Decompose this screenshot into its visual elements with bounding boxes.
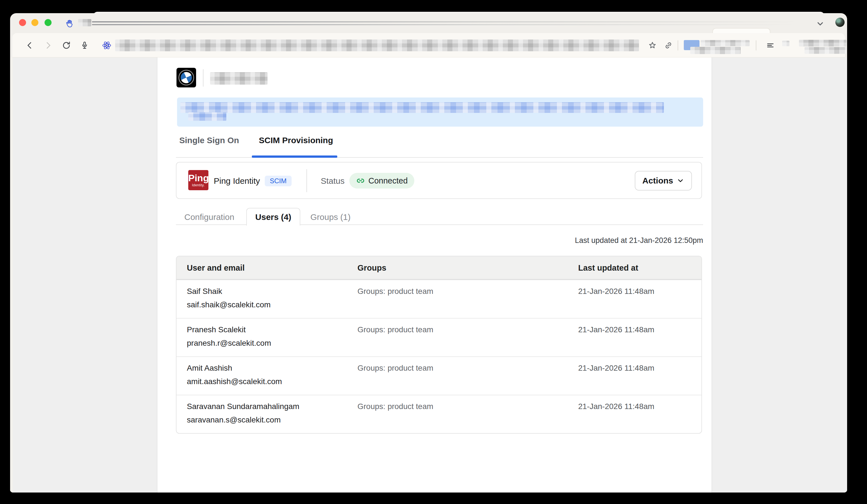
close-button[interactable] [19,19,26,26]
redacted-profile-name[interactable] [799,40,847,46]
redacted-banner-text [188,112,226,121]
window-edge [10,57,13,493]
atom-icon[interactable] [101,40,113,51]
column-header-user: User and email [187,256,245,280]
redacted-address-bar-text[interactable] [115,40,639,51]
provider-name: Ping Identity [214,176,260,186]
zoom-button[interactable] [44,19,52,26]
subtab-users-label: Users (4) [255,212,291,222]
toolbar-divider [756,40,756,51]
user-updated-at: 21-Jan-2026 11:48am [578,402,654,411]
user-name: Pranesh Scalekit [187,325,246,334]
tab-search-chevron-down-icon[interactable] [816,19,825,27]
page-background: Single Sign On SCIM Provisioning Ping Id… [10,57,847,493]
user-groups: Groups: product team [357,287,434,296]
actions-button[interactable]: Actions [635,171,692,191]
provider-card: Ping Identity. Ping Identity SCIM Status [176,162,702,199]
content-column: Single Sign On SCIM Provisioning Ping Id… [157,57,712,493]
tab-single-sign-on[interactable]: Single Sign On [179,135,239,146]
redacted-banner-text [180,102,664,113]
column-header-groups: Groups [357,256,386,280]
link-icon [356,176,365,185]
org-header-divider [203,69,204,87]
user-email: saif.shaik@scalekit.com [187,300,271,309]
user-name: Amit Aashish [187,364,232,373]
subtab-configuration[interactable]: Configuration [184,212,234,222]
hamburger-menu-icon[interactable] [765,40,776,51]
active-tab-underline [252,156,337,158]
browser-window: Single Sign On SCIM Provisioning Ping Id… [10,13,847,493]
user-updated-at: 21-Jan-2026 11:48am [578,287,654,296]
user-name: Saravanan Sundaramahalingam [187,402,299,411]
browser-toolbar [12,33,845,57]
subtab-groups[interactable]: Groups (1) [310,212,351,222]
card-divider [307,169,307,192]
microphone-icon[interactable] [79,40,90,51]
actions-button-label: Actions [642,176,673,185]
scim-badge: SCIM [265,176,292,186]
table-header-row: User and email Groups Last updated at [176,256,702,280]
ping-logo-subtext: Identity. [188,183,208,187]
tab-scim-provisioning[interactable]: SCIM Provisioning [259,135,333,146]
toolbar-divider [678,40,678,51]
redacted-toolbar-item [782,41,789,46]
user-updated-at: 21-Jan-2026 11:48am [578,364,654,373]
ping-identity-logo: Ping Identity. [188,170,208,190]
redacted-tab-row-line [92,24,801,25]
users-table: User and email Groups Last updated at Sa… [176,256,702,434]
table-row: Pranesh Scalekit pranesh.r@scalekit.com … [176,318,702,356]
table-row: Amit Aashish amit.aashish@scalekit.com G… [176,356,702,395]
status-label: Status [321,176,344,186]
user-groups: Groups: product team [357,402,434,411]
user-email: amit.aashish@scalekit.com [187,377,282,386]
bmw-logo [176,68,196,87]
chevron-down-icon [676,177,684,185]
last-updated-text: Last updated at 21-Jan-2026 12:50pm [176,236,703,245]
profile-avatar[interactable] [835,18,845,27]
bmw-roundel-ring [179,70,194,85]
redacted-extension-label [690,47,741,54]
user-groups: Groups: product team [357,325,434,334]
ping-logo-text: Ping [188,172,208,183]
redacted-tab-row-line [92,21,801,22]
table-row: Saif Shaik saif.shaik@scalekit.com Group… [176,280,702,318]
subtab-users[interactable]: Users (4) [246,208,300,226]
reload-icon[interactable] [61,40,72,51]
redacted-tab-title [78,19,91,26]
user-email: saravanan.s@scalekit.com [187,416,281,425]
status-text: Connected [368,176,408,185]
user-email: pranesh.r@scalekit.com [187,339,271,348]
hand-icon [65,19,75,28]
back-chevron-left-icon[interactable] [24,40,35,51]
redacted-org-name [210,72,268,85]
user-updated-at: 21-Jan-2026 11:48am [578,325,654,334]
redacted-profile-name [804,47,847,54]
minimize-button[interactable] [31,19,39,26]
info-banner [177,97,703,127]
table-row: Saravanan Sundaramahalingam saravanan.s@… [176,395,702,433]
column-header-updated: Last updated at [578,256,638,280]
user-name: Saif Shaik [187,287,222,296]
bmw-roundel-quadrants [181,72,192,83]
status-badge: Connected [349,173,414,189]
bookmark-star-icon[interactable] [647,40,658,51]
copy-link-icon[interactable] [663,40,674,51]
redacted-extension-label [700,40,750,46]
forward-chevron-right-icon[interactable] [42,40,54,51]
user-groups: Groups: product team [357,364,434,373]
